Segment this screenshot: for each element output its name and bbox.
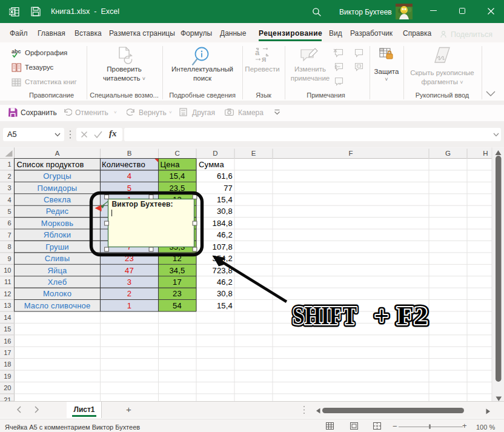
svg-text:34,5: 34,5 [169, 266, 185, 275]
svg-text:46,2: 46,2 [217, 230, 233, 239]
svg-text:15,4: 15,4 [217, 301, 233, 310]
svg-text:+: + [374, 301, 389, 330]
svg-text:Масло сливочное: Масло сливочное [24, 301, 91, 310]
svg-text:10: 10 [4, 267, 11, 274]
svg-text:1: 1 [127, 301, 131, 310]
svg-text:15,4: 15,4 [169, 171, 185, 181]
svg-text:1: 1 [7, 161, 11, 168]
svg-text:2: 2 [127, 289, 131, 298]
svg-text:17: 17 [173, 277, 182, 287]
svg-text:4: 4 [7, 196, 11, 204]
svg-text:Цена: Цена [161, 160, 181, 169]
svg-text:Виктор Бухтеев:: Виктор Бухтеев: [112, 200, 173, 208]
svg-text:19: 19 [4, 373, 11, 380]
svg-text:Сливы: Сливы [45, 254, 70, 263]
svg-text:Груши: Груши [45, 242, 69, 251]
svg-text:Морковь: Морковь [41, 219, 74, 228]
svg-text:3: 3 [127, 277, 131, 287]
svg-text:12: 12 [4, 290, 11, 297]
svg-text:5: 5 [7, 208, 11, 215]
svg-text:SHIFT: SHIFT [293, 301, 357, 330]
svg-text:5: 5 [127, 184, 131, 193]
svg-text:Количество: Количество [102, 160, 145, 169]
svg-text:Помидоры: Помидоры [38, 184, 78, 193]
svg-text:11: 11 [4, 278, 11, 285]
svg-text:23,5: 23,5 [169, 184, 185, 193]
svg-text:3: 3 [7, 184, 11, 191]
svg-text:30,8: 30,8 [217, 289, 233, 298]
svg-text:18: 18 [4, 361, 11, 368]
svg-text:77: 77 [224, 184, 233, 193]
svg-text:Свекла: Свекла [44, 195, 71, 204]
svg-text:Яблоки: Яблоки [44, 230, 71, 239]
svg-text:Редис: Редис [46, 207, 69, 216]
svg-text:F: F [348, 150, 353, 157]
svg-text:15,4: 15,4 [217, 195, 233, 204]
svg-text:9: 9 [7, 255, 11, 262]
svg-text:8: 8 [7, 243, 11, 250]
svg-text:B: B [127, 150, 132, 157]
svg-text:Огурцы: Огурцы [43, 171, 71, 181]
svg-text:H: H [483, 150, 488, 157]
svg-text:54: 54 [173, 301, 182, 310]
svg-text:13: 13 [4, 302, 11, 309]
svg-text:G: G [445, 150, 451, 157]
svg-text:14: 14 [4, 314, 11, 321]
svg-text:46,2: 46,2 [217, 277, 233, 287]
svg-text:30,8: 30,8 [217, 207, 233, 216]
svg-text:6: 6 [7, 219, 11, 227]
svg-text:Хлеб: Хлеб [48, 277, 67, 287]
svg-text:61,6: 61,6 [217, 171, 233, 181]
svg-text:D: D [213, 150, 217, 157]
svg-text:Сумма: Сумма [199, 160, 224, 169]
svg-text:A: A [55, 150, 60, 157]
svg-text:C: C [175, 150, 180, 157]
svg-text:20: 20 [4, 384, 11, 391]
svg-text:E: E [251, 150, 256, 157]
svg-text:184,8: 184,8 [212, 219, 233, 228]
svg-text:2: 2 [7, 173, 11, 180]
svg-text:17: 17 [4, 349, 11, 356]
svg-text:4: 4 [127, 171, 131, 181]
svg-text:47: 47 [125, 266, 134, 275]
svg-text:16: 16 [4, 337, 11, 345]
svg-text:7: 7 [7, 231, 11, 239]
svg-text:Список продуктов: Список продуктов [17, 160, 84, 169]
svg-text:107,8: 107,8 [212, 242, 233, 251]
svg-text:Молоко: Молоко [43, 289, 71, 298]
svg-text:23: 23 [173, 289, 182, 298]
svg-text:Яйца: Яйца [47, 266, 67, 275]
svg-text:F2: F2 [397, 301, 428, 330]
svg-text:15: 15 [4, 325, 11, 333]
